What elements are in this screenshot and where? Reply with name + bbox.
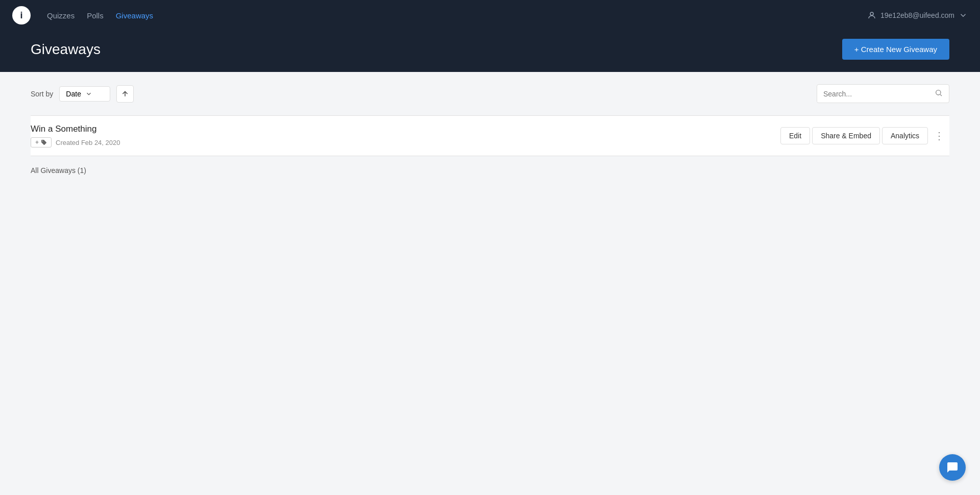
search-icon — [935, 89, 943, 97]
giveaway-actions: Edit Share & Embed Analytics ⋮ — [780, 127, 949, 144]
chat-icon — [946, 461, 959, 474]
sort-value: Date — [66, 90, 81, 98]
create-giveaway-button[interactable]: + Create New Giveaway — [842, 39, 949, 60]
user-email: 19e12eb8@uifeed.com — [880, 11, 954, 19]
chevron-down-icon — [959, 11, 968, 20]
giveaway-meta: + Created Feb 24, 2020 — [31, 137, 120, 147]
giveaway-info: Win a Something + Created Feb 24, 2020 — [31, 124, 120, 147]
page-title: Giveaways — [31, 41, 101, 58]
sort-asc-icon — [121, 90, 129, 98]
tag-icon — [41, 139, 47, 145]
search-box — [817, 84, 949, 103]
edit-button[interactable]: Edit — [780, 127, 810, 144]
search-button[interactable] — [928, 85, 949, 103]
nav-links: Quizzes Polls Giveaways — [47, 11, 153, 20]
user-icon — [867, 11, 876, 20]
chevron-down-icon — [85, 90, 92, 97]
sort-area: Sort by Date — [31, 85, 134, 103]
page-header: Giveaways + Create New Giveaway — [0, 31, 980, 72]
navbar: i Quizzes Polls Giveaways 19e12eb8@uifee… — [0, 0, 980, 31]
sort-select[interactable]: Date — [59, 86, 110, 102]
giveaway-title: Win a Something — [31, 124, 120, 134]
add-tag-button[interactable]: + — [31, 137, 52, 147]
share-embed-button[interactable]: Share & Embed — [812, 127, 880, 144]
logo-icon: i — [12, 6, 31, 24]
sort-label: Sort by — [31, 90, 53, 98]
sort-order-button[interactable] — [116, 85, 134, 103]
chat-button[interactable] — [939, 454, 966, 481]
analytics-button[interactable]: Analytics — [882, 127, 928, 144]
toolbar: Sort by Date — [31, 84, 949, 103]
search-input[interactable] — [817, 86, 928, 102]
nav-quizzes[interactable]: Quizzes — [47, 11, 75, 20]
nav-giveaways[interactable]: Giveaways — [116, 11, 153, 20]
svg-line-3 — [940, 94, 942, 96]
giveaway-list-item: Win a Something + Created Feb 24, 2020 E… — [31, 116, 949, 156]
all-giveaways-count: All Giveaways (1) — [31, 166, 949, 175]
giveaway-created: Created Feb 24, 2020 — [56, 139, 120, 146]
svg-point-4 — [42, 141, 43, 142]
nav-polls[interactable]: Polls — [87, 11, 104, 20]
svg-point-0 — [870, 12, 873, 15]
main-content: Sort by Date Win — [0, 72, 980, 187]
svg-point-2 — [936, 90, 941, 95]
user-menu[interactable]: 19e12eb8@uifeed.com — [867, 11, 968, 20]
more-options-button[interactable]: ⋮ — [930, 128, 949, 144]
